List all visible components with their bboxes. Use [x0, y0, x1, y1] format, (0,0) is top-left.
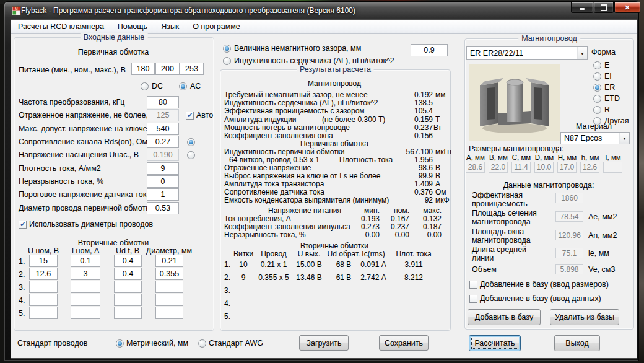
dim-h2-input [580, 162, 599, 173]
sec5-diam-input[interactable] [155, 307, 183, 319]
sec-col-wire: Провод [261, 250, 287, 258]
row3-number: 3. [19, 283, 25, 292]
sec5-unom-input[interactable] [29, 307, 58, 319]
sec5-udf-input[interactable] [114, 307, 142, 319]
shape-er-radio[interactable] [593, 84, 601, 92]
sec3-diam-input[interactable] [155, 281, 183, 293]
al-radio[interactable] [223, 57, 231, 65]
primary-wire-diameter-input[interactable] [147, 202, 179, 214]
dc-radio[interactable] [141, 82, 149, 90]
sec1-udf-input[interactable] [114, 255, 142, 267]
ac-radio[interactable] [179, 82, 187, 90]
sec-col-udrev: Ud обрат. [328, 250, 360, 258]
add-to-base-button[interactable]: Добавить в базу [468, 309, 541, 325]
secondary-result-row: 2. 9 0.355 x 5 13.46 В 61 В 2.742 А 8.21… [224, 273, 447, 282]
result-value: 0.156 [371, 131, 433, 140]
shape-ei-radio[interactable] [593, 72, 601, 81]
dim-header: C, мм [512, 154, 531, 161]
current-density-label: Плотность тока, А/мм2 [19, 164, 101, 173]
sec-cell: 3.911 [404, 260, 422, 269]
supply-max-input[interactable] [180, 63, 204, 75]
max-switch-voltage-input[interactable] [147, 123, 179, 135]
sec3-inom-input[interactable] [71, 281, 100, 293]
shape-r-radio[interactable] [593, 106, 601, 114]
secondary-result-row: 5. [224, 312, 447, 321]
sec4-udf-input[interactable] [114, 294, 142, 306]
sec5-inom-input[interactable] [71, 307, 100, 319]
sec-col-density: Плот. тока [396, 250, 431, 258]
material-combo[interactable]: N87 Epcos ▼ [560, 132, 630, 144]
rds-on-label: Сопротивление канала Rds(on), Ом [19, 138, 147, 146]
dim-d-input [534, 162, 554, 173]
shape-e-radio[interactable] [593, 61, 601, 69]
results-secondary-caption: Вторичные обмотки [300, 242, 368, 250]
sec2-inom-input[interactable] [71, 268, 100, 280]
sec2-udf-input[interactable] [114, 268, 142, 280]
supply-row-label: Коэффициент заполнения импульса [224, 222, 350, 231]
add-by-data-checkbox[interactable] [469, 295, 477, 303]
sec4-diam-input[interactable] [155, 294, 183, 306]
current-density-input[interactable] [147, 162, 179, 175]
metric-radio[interactable] [116, 339, 124, 348]
rds-on-input[interactable] [147, 136, 179, 148]
sec4-unom-input[interactable] [29, 294, 58, 306]
dim-c-input [511, 162, 531, 173]
saturation-voltage-radio[interactable] [187, 151, 195, 159]
use-diameters-checkbox[interactable] [19, 221, 27, 229]
dim-header: h, мм [581, 154, 599, 161]
dim-header: H, мм [558, 154, 577, 161]
sec-row-number: 3. [224, 286, 230, 295]
sec1-diam-input[interactable] [155, 255, 183, 267]
shape-etd-radio[interactable] [593, 95, 601, 103]
core-type-combo[interactable]: ER ER28/22/11 ▼ [466, 46, 588, 60]
sec-cell: 68 В [336, 260, 352, 269]
dim-a-input [466, 162, 485, 173]
result-value: 98.6 [371, 164, 433, 172]
result-value: 138.5 [371, 98, 433, 107]
calculate-button[interactable]: Рассчитать [469, 335, 521, 351]
sec1-unom-input[interactable] [29, 255, 58, 267]
sec3-udf-input[interactable] [114, 281, 142, 293]
sec3-unom-input[interactable] [29, 281, 58, 293]
window-area-input [555, 230, 583, 240]
load-button[interactable]: Загрузить [299, 335, 349, 351]
exit-button[interactable]: Выход [554, 335, 600, 351]
threshold-voltage-input[interactable] [147, 188, 179, 201]
rds-on-radio[interactable] [187, 138, 195, 146]
results-core-caption: Магнитопровод [308, 79, 361, 88]
volume-input [555, 264, 583, 274]
auto-checkbox[interactable] [186, 112, 194, 120]
save-button[interactable]: Сохранить [379, 335, 429, 351]
result-value: 0.376 [371, 188, 433, 196]
current-continuity-label: Неразрывность тока, % [19, 177, 103, 186]
supply-nom-input[interactable] [155, 63, 180, 75]
awg-radio[interactable] [198, 339, 206, 348]
gap-value-input[interactable] [411, 44, 448, 56]
row4-number: 4. [19, 296, 25, 305]
result-label: Амплитуда индукции [224, 115, 297, 124]
current-continuity-input[interactable] [147, 175, 179, 188]
result-unit: мкГн [435, 147, 451, 156]
add-by-dimensions-checkbox[interactable] [469, 281, 477, 289]
shape-ei-label: EI [604, 72, 612, 81]
gap-size-radio[interactable] [223, 45, 231, 53]
primary-wire-diameter-label: Диаметр провода первичной обмотки, мм [19, 204, 168, 212]
supply-min-input[interactable] [131, 63, 155, 75]
results-primary-caption: Первичная обмотка [300, 139, 368, 148]
sec4-inom-input[interactable] [71, 294, 100, 306]
result-unit: Вт [433, 123, 442, 132]
dropdown-arrow-icon: ▼ [577, 47, 587, 59]
supply-value: 0.00 [378, 230, 409, 239]
sec1-inom-input[interactable] [71, 255, 100, 267]
sec2-diam-input[interactable] [155, 268, 183, 280]
dim-header: B, мм [489, 154, 508, 161]
sec-cell: 0.355 x 5 [258, 273, 289, 282]
sec2-unom-input[interactable] [29, 268, 58, 280]
result-row: Индуктивность первичной обмотки 567.100 … [224, 147, 447, 156]
frequency-input[interactable] [147, 96, 179, 108]
al-label: Индуктивность сердечника (AL), нГн/виток… [234, 56, 394, 65]
core-data-label: Объем [472, 265, 537, 274]
result-unit: В [435, 164, 440, 172]
core-data-label: Площадь окна магнитопровода [472, 227, 537, 245]
delete-from-base-button[interactable]: Удалить из базы [550, 309, 619, 325]
